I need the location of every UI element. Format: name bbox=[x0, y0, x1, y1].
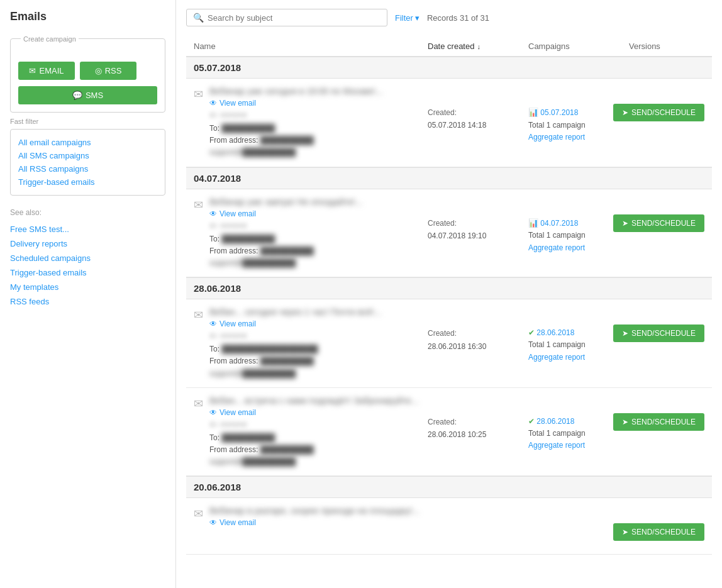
search-box[interactable]: 🔍 bbox=[186, 9, 387, 26]
col-name-header: Name bbox=[194, 42, 428, 51]
campaign-to: ██████████████████ bbox=[221, 343, 318, 355]
campaign-info: Вебин... встреча с нами подождёт! Заброн… bbox=[209, 396, 428, 469]
campaign-title: Вебинар уже сегодня в 19:00 по Москве!..… bbox=[209, 86, 428, 96]
view-email-link[interactable]: 👁 View email bbox=[209, 99, 428, 108]
campaign-meta: To: ██████████ From address: ██████████ … bbox=[209, 123, 428, 159]
created-col: Created: 28.06.2018 16:30 bbox=[428, 307, 528, 353]
campaign-meta: To: ██████████████████ From address: ███… bbox=[209, 343, 428, 380]
sidebar-link-scheduled[interactable]: Scheduled campaigns bbox=[10, 251, 165, 265]
table-header: Name Date created ↓ Campaigns Versions bbox=[186, 36, 712, 57]
chart-icon: 📊 bbox=[528, 108, 538, 117]
sidebar-link-trigger[interactable]: Trigger-based emails bbox=[10, 265, 165, 280]
sidebar-item-trigger-emails[interactable]: Trigger-based emails bbox=[18, 175, 157, 189]
sidebar-link-my-templates[interactable]: My templates bbox=[10, 280, 165, 294]
created-date: 04.07.2018 19:10 bbox=[428, 231, 486, 240]
email-button[interactable]: ✉ EMAIL bbox=[18, 62, 75, 80]
campaign-buttons: ✉ EMAIL ◎ RSS 💬 SMS bbox=[18, 62, 157, 104]
campaign-to: ██████████ bbox=[221, 432, 275, 444]
campaign-id: ID: 0000000 bbox=[209, 222, 428, 230]
campaign-from: ██████████ bbox=[260, 135, 314, 147]
search-icon: 🔍 bbox=[193, 13, 204, 23]
campaign-info: Вебинар в разгаре, скорее приходи на пло… bbox=[209, 506, 428, 531]
date-group-header: 28.06.2018 bbox=[186, 277, 712, 299]
sidebar-link-delivery[interactable]: Delivery reports bbox=[10, 236, 165, 251]
aggregate-link[interactable]: Aggregate report bbox=[528, 133, 585, 141]
envelope-icon: ✉ bbox=[194, 308, 203, 322]
table-row: ✉ Вебин... встреча с нами подождёт! Забр… bbox=[186, 388, 712, 477]
create-campaign-label: Create campaign bbox=[21, 35, 79, 43]
sms-button[interactable]: 💬 SMS bbox=[18, 86, 157, 104]
filter-button[interactable]: Filter ▾ bbox=[395, 13, 419, 23]
send-icon: ➤ bbox=[622, 329, 628, 338]
action-col: ➤ SEND/SCHEDULE bbox=[629, 197, 704, 232]
campaign-meta: To: ██████████ From address: ██████████ … bbox=[209, 432, 428, 469]
view-email-link[interactable]: 👁 View email bbox=[209, 518, 428, 527]
eye-icon: 👁 bbox=[209, 408, 217, 417]
campaign-date-link[interactable]: 28.06.2018 bbox=[536, 328, 574, 337]
total-text: Total 1 campaign bbox=[528, 340, 586, 349]
campaign-title: Вебинар уже завтра! Не опоздайте!... bbox=[209, 197, 428, 207]
total-text: Total 1 campaign bbox=[528, 121, 586, 130]
sidebar-item-all-sms[interactable]: All SMS campaigns bbox=[18, 149, 157, 162]
campaign-id: ID: 0000000 bbox=[209, 421, 428, 428]
envelope-icon: ✉ bbox=[29, 66, 36, 75]
fast-filter-label: Fast filter bbox=[10, 118, 165, 125]
date-group-header: 04.07.2018 bbox=[186, 167, 712, 189]
created-date: 05.07.2018 14:18 bbox=[428, 121, 486, 130]
email-button-label: EMAIL bbox=[39, 66, 64, 75]
action-col: ➤ SEND/SCHEDULE bbox=[629, 396, 704, 431]
campaign-title: Вебин... встреча с нами подождёт! Заброн… bbox=[209, 396, 428, 406]
send-icon: ➤ bbox=[622, 528, 628, 536]
fast-filter-box: All email campaigns All SMS campaigns Al… bbox=[10, 129, 165, 196]
sidebar-link-free-sms[interactable]: Free SMS test... bbox=[10, 222, 165, 236]
view-email-link[interactable]: 👁 View email bbox=[209, 408, 428, 417]
search-input[interactable] bbox=[208, 13, 380, 23]
rss-button[interactable]: ◎ RSS bbox=[80, 62, 136, 80]
sort-arrow-icon: ↓ bbox=[477, 43, 480, 50]
campaign-left: ✉ Вебинар уже завтра! Не опоздайте!... 👁… bbox=[194, 197, 428, 270]
date-group-header: 20.06.2018 bbox=[186, 476, 712, 498]
view-email-link[interactable]: 👁 View email bbox=[209, 209, 428, 218]
aggregate-link[interactable]: Aggregate report bbox=[528, 441, 585, 450]
see-also-links: Free SMS test... Delivery reports Schedu… bbox=[0, 219, 175, 311]
fast-filter-section: Fast filter All email campaigns All SMS … bbox=[10, 118, 165, 196]
campaign-from: ██████████ bbox=[260, 355, 314, 367]
rss-icon: ◎ bbox=[95, 66, 102, 75]
envelope-icon: ✉ bbox=[194, 198, 203, 212]
campaign-date-link[interactable]: 28.06.2018 bbox=[536, 417, 574, 426]
campaign-to: ██████████ bbox=[221, 233, 275, 245]
sidebar-title: Emails bbox=[0, 10, 175, 33]
campaign-from: ██████████ bbox=[260, 444, 314, 456]
created-date: 28.06.2018 16:30 bbox=[428, 342, 486, 351]
campaign-left: ✉ Вебин... встреча с нами подождёт! Забр… bbox=[194, 396, 428, 469]
total-text: Total 1 campaign bbox=[528, 429, 586, 438]
chart-icon: 📊 bbox=[528, 218, 538, 228]
sidebar-link-rss-feeds[interactable]: RSS feeds bbox=[10, 294, 165, 309]
send-schedule-button[interactable]: ➤ SEND/SCHEDULE bbox=[613, 523, 704, 541]
campaign-meta: To: ██████████ From address: ██████████ … bbox=[209, 233, 428, 270]
send-schedule-button[interactable]: ➤ SEND/SCHEDULE bbox=[613, 104, 704, 121]
see-also-label: See also: bbox=[0, 201, 175, 219]
campaign-info: Вебин... сегодня через 1 час! Почти всё!… bbox=[209, 307, 428, 380]
campaign-info: Вебинар уже сегодня в 19:00 по Москве!..… bbox=[209, 86, 428, 159]
view-email-link[interactable]: 👁 View email bbox=[209, 319, 428, 328]
table-row: ✉ Вебинар уже сегодня в 19:00 по Москве!… bbox=[186, 79, 712, 167]
aggregate-link[interactable]: Aggregate report bbox=[528, 353, 585, 362]
campaign-id: ID: 0000000 bbox=[209, 111, 428, 119]
eye-icon: 👁 bbox=[209, 209, 217, 218]
campaign-title: Вебин... сегодня через 1 час! Почти всё!… bbox=[209, 307, 428, 317]
campaign-support: support@██████████ bbox=[209, 368, 296, 380]
send-schedule-button[interactable]: ➤ SEND/SCHEDULE bbox=[613, 214, 704, 232]
campaign-to: ██████████ bbox=[221, 123, 275, 135]
campaign-date-link[interactable]: 04.07.2018 bbox=[540, 219, 578, 228]
sidebar-item-all-email[interactable]: All email campaigns bbox=[18, 136, 157, 149]
aggregate-link[interactable]: Aggregate report bbox=[528, 243, 585, 252]
main-content: 🔍 Filter ▾ Records 31 of 31 Name Date cr… bbox=[176, 0, 722, 588]
total-text: Total 1 campaign bbox=[528, 231, 586, 240]
send-schedule-button[interactable]: ➤ SEND/SCHEDULE bbox=[613, 413, 704, 431]
chevron-down-icon: ▾ bbox=[415, 13, 419, 23]
send-schedule-button[interactable]: ➤ SEND/SCHEDULE bbox=[613, 325, 704, 342]
campaign-date-link[interactable]: 05.07.2018 bbox=[540, 108, 578, 117]
create-campaign-section: Create campaign ✉ EMAIL ◎ RSS 💬 SMS bbox=[10, 38, 165, 113]
sidebar-item-all-rss[interactable]: All RSS campaigns bbox=[18, 162, 157, 175]
